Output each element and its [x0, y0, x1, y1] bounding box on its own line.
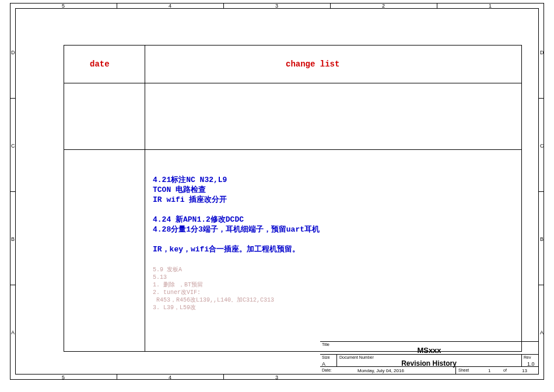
label-sheet: Sheet	[458, 368, 469, 372]
ruler-tick	[223, 374, 224, 380]
label-date: Date:	[322, 368, 332, 372]
ruler-number: 1	[489, 3, 492, 9]
ruler-number: 2	[382, 3, 385, 9]
ruler-letter: A	[11, 330, 15, 335]
changelist-primary: 4.21标注NC N32,L9 TCON 电路检查 IR wifi 插座改分开 …	[153, 175, 503, 254]
ruler-tick	[330, 3, 331, 8]
ruler-letter: C	[11, 143, 15, 149]
label-docnum: Document Number	[339, 355, 374, 359]
ruler-number: 3	[275, 3, 278, 9]
ruler-tick	[10, 285, 15, 285]
ruler-letter: D	[11, 50, 15, 55]
ruler-letter: B	[11, 236, 15, 242]
ruler-tick	[117, 374, 117, 380]
ruler-letter: B	[540, 236, 544, 242]
ruler-tick	[117, 3, 117, 8]
ruler-letter: A	[540, 330, 544, 335]
value-sheet: 1	[488, 368, 490, 373]
label-rev: Rev	[524, 355, 531, 359]
ruler-tick	[437, 3, 437, 8]
ruler-tick	[539, 285, 544, 285]
ruler-number: 5	[62, 374, 65, 380]
table-header-changelist: change list	[286, 60, 339, 69]
ruler-letter: D	[540, 50, 544, 55]
table-header-date: date	[90, 60, 110, 69]
value-total: 13	[522, 368, 527, 373]
ruler-number: 4	[169, 3, 171, 9]
value-date: Monday, July 04, 2016	[357, 368, 404, 373]
ruler-letter: C	[540, 143, 544, 149]
label-of: of	[503, 368, 507, 372]
changelist-secondary: 5.9 发板A 5.13 1. 删除 ，BT预留 2. tuner改VIF: R…	[153, 266, 503, 312]
ruler-number: 5	[62, 3, 65, 9]
drawing-frame-inner: date change list 4.21标注NC N32,L9 TCON 电路…	[15, 8, 539, 374]
title-block: Title MSxxx Size A Document Number Revis…	[320, 341, 538, 374]
document-title: MSxxx	[320, 346, 538, 355]
ruler-tick	[539, 191, 544, 192]
label-size: Size	[322, 355, 330, 359]
revision-table: date change list 4.21标注NC N32,L9 TCON 电路…	[64, 45, 522, 352]
ruler-tick	[10, 191, 15, 192]
ruler-tick	[223, 3, 224, 8]
ruler-tick	[10, 98, 15, 99]
ruler-number: 3	[275, 374, 278, 380]
ruler-number: 4	[169, 374, 171, 380]
ruler-tick	[539, 98, 544, 99]
